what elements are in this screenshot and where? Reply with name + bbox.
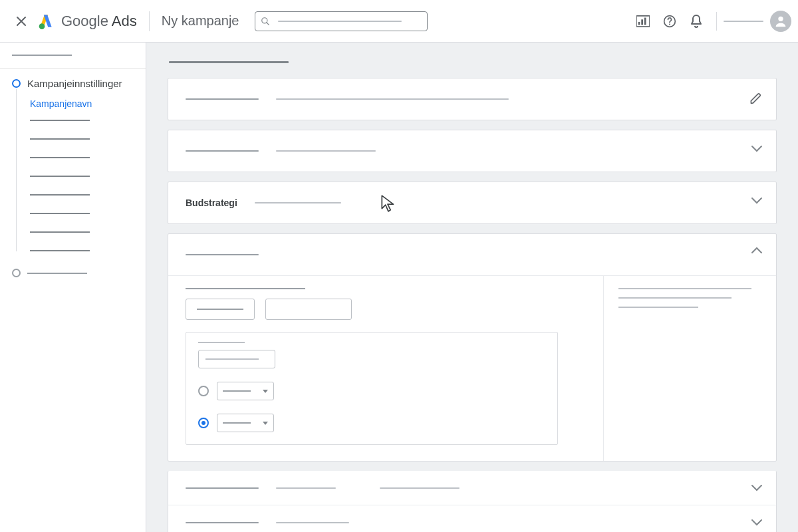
close-icon	[16, 16, 27, 27]
chevron-down-icon	[751, 145, 763, 153]
person-icon	[773, 14, 788, 29]
aside-line-placeholder	[618, 288, 751, 289]
aside-line-placeholder	[618, 297, 732, 299]
card-collapsed-group	[168, 471, 777, 532]
svg-rect-6	[644, 17, 646, 25]
card-header[interactable]	[168, 234, 776, 275]
card-value-placeholder	[276, 522, 349, 523]
sidebar-substeps: Kampanjenavn	[16, 89, 146, 251]
radio-option-2[interactable]	[198, 414, 545, 432]
page-title: Ny kampanje	[162, 13, 239, 29]
section-heading-placeholder	[169, 61, 289, 63]
brand-text: Google Ads	[61, 13, 137, 30]
expand-button[interactable]	[751, 519, 763, 527]
header-divider	[149, 11, 150, 31]
pencil-icon	[749, 92, 763, 105]
card-label-placeholder	[186, 98, 259, 100]
card-row[interactable]	[168, 471, 776, 505]
sidebar-divider	[0, 68, 146, 68]
svg-line-2	[267, 22, 269, 25]
card-value-placeholder	[255, 202, 341, 203]
header-separator	[716, 12, 717, 31]
main-panel: Budstrategi	[146, 43, 798, 532]
option-box[interactable]	[265, 299, 352, 320]
search-placeholder	[278, 21, 402, 22]
brand: Google Ads	[37, 13, 137, 30]
step-label: Kampanjeinnstillinger	[27, 78, 122, 89]
card-campaign-name[interactable]	[168, 78, 777, 120]
svg-point-0	[39, 23, 45, 29]
fieldset-title-placeholder	[186, 288, 305, 289]
help-button[interactable]	[656, 8, 683, 35]
chevron-down-icon	[751, 519, 763, 527]
svg-rect-5	[641, 19, 643, 25]
svg-rect-4	[638, 21, 640, 25]
card-value-placeholder	[276, 487, 336, 489]
nested-panel	[186, 332, 558, 445]
sidebar-item-placeholder[interactable]	[30, 138, 90, 140]
svg-point-9	[778, 16, 783, 21]
sidebar-item-placeholder[interactable]	[30, 213, 90, 214]
card-bidding[interactable]: Budstrategi	[168, 182, 777, 224]
collapse-button[interactable]	[751, 246, 763, 254]
help-icon	[663, 15, 676, 28]
card-value-placeholder	[276, 98, 509, 100]
chart-icon	[636, 15, 650, 27]
bell-icon	[690, 15, 702, 28]
card-label-placeholder	[186, 487, 259, 489]
step-active-icon	[12, 79, 21, 88]
card-value-placeholder	[276, 150, 376, 152]
sidebar-item-placeholder[interactable]	[30, 120, 90, 121]
sidebar-item-placeholder[interactable]	[30, 231, 90, 233]
caret-down-icon	[263, 422, 268, 425]
step-label-placeholder	[27, 273, 87, 274]
dropdown[interactable]	[217, 382, 274, 400]
account-avatar[interactable]	[770, 11, 791, 32]
expand-button[interactable]	[751, 197, 763, 205]
nested-heading-placeholder	[198, 342, 245, 343]
chevron-down-icon	[751, 197, 763, 205]
search-input[interactable]	[255, 11, 428, 31]
aside-line-placeholder	[618, 307, 698, 308]
expand-button[interactable]	[751, 145, 763, 153]
sidebar-item-placeholder[interactable]	[30, 176, 90, 177]
close-button[interactable]	[9, 9, 33, 33]
reports-button[interactable]	[630, 8, 656, 35]
step-pending-icon	[12, 269, 21, 277]
search-icon	[261, 17, 270, 26]
step-next[interactable]	[12, 269, 146, 277]
card-row[interactable]	[168, 505, 776, 532]
edit-button[interactable]	[749, 92, 763, 105]
chevron-up-icon	[751, 246, 763, 254]
radio-selected-icon	[198, 418, 209, 428]
app-header: Google Ads Ny kampanje	[0, 0, 798, 43]
content-wrapper: Kampanjeinnstillinger Kampanjenavn	[0, 43, 798, 532]
card-label-placeholder	[186, 522, 259, 523]
card-collapsed[interactable]	[168, 130, 777, 172]
chevron-down-icon	[751, 484, 763, 492]
sidebar-item-placeholder[interactable]	[30, 250, 90, 251]
sidebar: Kampanjeinnstillinger Kampanjenavn	[0, 43, 146, 532]
sidebar-heading-placeholder	[12, 55, 72, 56]
expand-button[interactable]	[751, 484, 763, 492]
sidebar-item-placeholder[interactable]	[30, 194, 90, 196]
notifications-button[interactable]	[683, 8, 710, 35]
sidebar-item-campaign-name[interactable]: Kampanjenavn	[30, 98, 146, 109]
card-expanded-settings	[168, 233, 777, 462]
radio-option-1[interactable]	[198, 382, 545, 400]
card-bidding-label: Budstrategi	[186, 198, 237, 208]
dropdown[interactable]	[217, 414, 274, 432]
card-value-placeholder	[380, 487, 460, 489]
option-box[interactable]	[186, 299, 255, 320]
caret-down-icon	[263, 390, 268, 393]
step-campaign-settings[interactable]: Kampanjeinnstillinger	[12, 78, 146, 89]
google-ads-logo-icon	[37, 13, 55, 30]
card-body-main	[168, 276, 603, 461]
radio-icon	[198, 386, 209, 396]
sidebar-item-placeholder[interactable]	[30, 157, 90, 158]
card-body-aside	[603, 276, 776, 461]
card-label-placeholder	[186, 150, 259, 152]
text-field[interactable]	[198, 350, 275, 368]
card-label-placeholder	[186, 254, 259, 255]
svg-point-8	[669, 23, 670, 25]
